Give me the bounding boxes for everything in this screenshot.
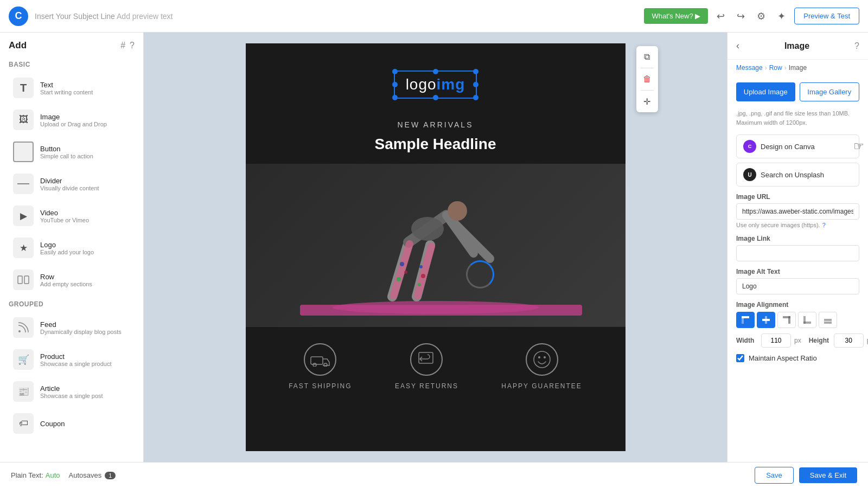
align-right-bottom-button[interactable] (819, 312, 837, 328)
new-arrivals-label: NEW ARRIVALS (246, 120, 626, 129)
upload-image-button[interactable]: Upload Image (736, 82, 795, 101)
app-logo: C (9, 7, 28, 26)
width-input[interactable] (761, 333, 791, 348)
delete-toolbar-button[interactable]: 🗑 (639, 70, 656, 88)
image-url-input[interactable] (736, 203, 859, 220)
svg-point-22 (324, 363, 327, 367)
image-url-label: Image URL (736, 193, 859, 201)
image-link-input[interactable] (736, 245, 859, 261)
maintain-aspect-checkbox[interactable] (736, 354, 744, 362)
sidebar-item-feed[interactable]: Feed Dynamically display blog posts (4, 312, 139, 343)
svg-point-24 (534, 351, 550, 368)
handle-ml[interactable] (392, 82, 398, 87)
email-logo-box[interactable]: logoimg (394, 70, 477, 99)
svg-point-4 (333, 301, 539, 314)
feature-shipping: FAST SHIPPING (289, 343, 352, 390)
guarantee-icon (526, 343, 558, 376)
image-alt-input[interactable] (736, 278, 859, 294)
handle-mr[interactable] (473, 82, 478, 87)
divider-item-desc: Visually divide content (40, 185, 99, 191)
email-new-arrivals: NEW ARRIVALS (246, 115, 626, 132)
sidebar-header: Add # ? (0, 33, 143, 56)
video-item-name: Video (40, 209, 89, 217)
breadcrumb-image: Image (789, 64, 807, 72)
back-button[interactable]: ‹ (736, 40, 739, 52)
align-left-top-button[interactable] (736, 312, 755, 328)
shipping-label: FAST SHIPPING (289, 382, 352, 390)
personalize-button[interactable]: ✦ (774, 8, 789, 24)
unsplash-icon: U (743, 168, 756, 181)
design-canva-option[interactable]: C Design on Canva ☞ (736, 134, 859, 158)
sidebar-item-button[interactable]: Button Simple call to action (4, 136, 139, 168)
image-alignment-label: Image Alignment (736, 301, 859, 309)
breadcrumb-message[interactable]: Message (736, 64, 763, 72)
sidebar-item-logo[interactable]: ★ Logo Easily add your logo (4, 232, 139, 264)
plain-text-auto[interactable]: Auto (46, 471, 60, 479)
svg-rect-2 (24, 276, 29, 284)
email-logo-row[interactable]: logoimg ⧉ 🗑 ✛ (246, 43, 626, 115)
image-url-hint: Use only secure images (https). ? (736, 222, 859, 228)
duplicate-toolbar-button[interactable]: ⧉ (639, 48, 656, 66)
svg-point-15 (397, 277, 401, 281)
sidebar-item-product[interactable]: 🛒 Product Showcase a single product (4, 344, 139, 375)
autosaves-status[interactable]: Autosaves 1 (69, 471, 116, 479)
feature-guarantee: HAPPY GUARENTEE (501, 343, 582, 390)
sidebar-item-article[interactable]: 📰 Article Showcase a single post (4, 376, 139, 407)
align-right-top-button[interactable] (777, 312, 796, 328)
handle-tl[interactable] (392, 69, 398, 74)
feed-item-name: Feed (40, 320, 122, 329)
toolbar-divider (641, 68, 654, 68)
svg-rect-34 (783, 316, 790, 318)
autosaves-badge: 1 (105, 472, 116, 479)
floating-toolbar: ⧉ 🗑 ✛ (636, 46, 658, 112)
button-item-name: Button (40, 145, 93, 153)
undo-button[interactable]: ↩ (713, 8, 728, 24)
logo-item-name: Logo (40, 241, 94, 249)
search-unsplash-label: Search on Unsplash (761, 171, 824, 179)
sidebar-item-text[interactable]: T Text Start writing content (4, 72, 139, 104)
sidebar-item-image[interactable]: 🖼 Image Upload or Drag and Drop (4, 104, 139, 136)
breadcrumb-row[interactable]: Row (769, 64, 782, 72)
whats-new-button[interactable]: What's New? ▶ (644, 8, 708, 24)
sidebar-item-row[interactable]: Row Add empty sections (4, 264, 139, 296)
handle-bm[interactable] (433, 95, 438, 100)
topbar: C Insert Your Subject Line Add preview t… (0, 0, 868, 33)
sidebar-item-video[interactable]: ▶ Video YouTube or Vimeo (4, 200, 139, 232)
align-center-top-button[interactable] (757, 312, 775, 328)
help-icon[interactable]: ? (130, 41, 135, 50)
height-input[interactable] (834, 333, 864, 348)
returns-icon (410, 343, 443, 376)
handle-tr[interactable] (473, 69, 478, 74)
sidebar-item-coupon[interactable]: 🏷 Coupon (4, 408, 139, 439)
settings-button[interactable]: ⚙ (754, 8, 769, 24)
help-button[interactable]: ? (854, 41, 859, 51)
save-button[interactable]: Save (755, 467, 794, 484)
move-toolbar-button[interactable]: ✛ (639, 93, 656, 110)
align-left-bottom-button[interactable] (798, 312, 816, 328)
save-exit-button[interactable]: Save & Exit (799, 467, 857, 483)
main-layout: Add # ? Basic T Text Start writing conte… (0, 33, 868, 462)
image-item-name: Image (40, 113, 107, 121)
image-item-desc: Upload or Drag and Drop (40, 121, 107, 127)
product-item-name: Product (40, 352, 111, 361)
image-gallery-button[interactable]: Image Gallery (800, 82, 860, 101)
feature-returns: EASY RETURNS (395, 343, 458, 390)
search-unsplash-option[interactable]: U Search on Unsplash (736, 163, 859, 187)
svg-rect-37 (824, 319, 832, 321)
logo-icon: ★ (13, 237, 34, 258)
divider-item-name: Divider (40, 177, 99, 185)
handle-bl[interactable] (392, 95, 398, 100)
image-link-label: Image Link (736, 235, 859, 242)
email-hero-image[interactable] (246, 164, 626, 326)
handle-br[interactable] (473, 95, 478, 100)
sidebar-item-divider[interactable]: Divider Visually divide content (4, 168, 139, 200)
svg-point-26 (544, 356, 546, 358)
right-panel-body: Upload Image Image Gallery .jpg, .png, .… (727, 76, 868, 369)
preview-test-button[interactable]: Preview & Test (794, 8, 859, 24)
hash-icon[interactable]: # (120, 41, 125, 50)
product-item-desc: Showcase a single product (40, 361, 111, 367)
url-help-icon[interactable]: ? (822, 222, 826, 228)
redo-button[interactable]: ↪ (733, 8, 748, 24)
handle-tm[interactable] (433, 69, 438, 74)
width-label: Width (736, 337, 758, 344)
